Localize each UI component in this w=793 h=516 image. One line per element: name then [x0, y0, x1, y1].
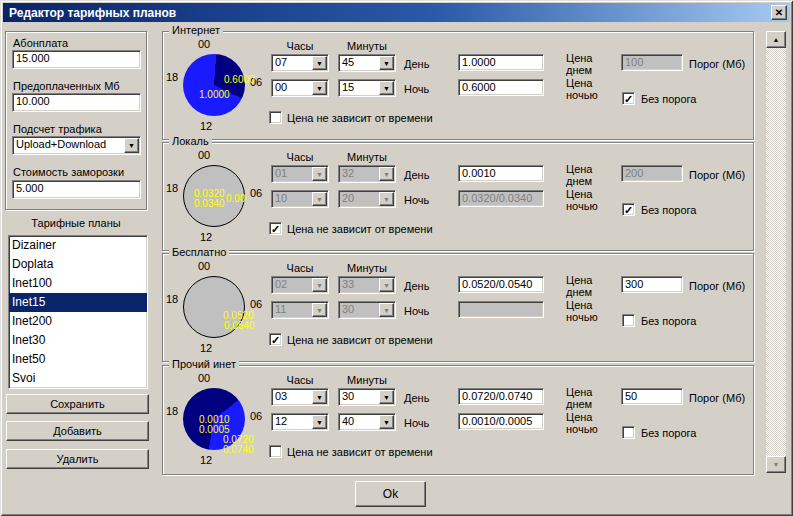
combo-dropdown-button[interactable]: ▼ [379, 415, 394, 429]
night-price-input[interactable]: 0.0010/0.0005 [458, 413, 544, 430]
night-price-input[interactable]: 0.6000 [458, 79, 544, 96]
no-threshold-label: Без порога [641, 427, 696, 439]
prepaid-mb-input[interactable]: 10.000 [12, 93, 141, 112]
no-threshold-checkbox[interactable]: ✓ [622, 314, 635, 327]
threshold-input[interactable]: 50 [621, 388, 683, 405]
close-button[interactable]: ✕ [771, 5, 787, 20]
day-hour-combo[interactable]: 02 ▼ [271, 276, 329, 294]
list-item[interactable]: Inet15 [9, 293, 147, 312]
day-hour-combo[interactable]: 03 ▼ [271, 388, 329, 406]
no-threshold-checkbox[interactable]: ✓ [622, 92, 635, 105]
night-minute-combo[interactable]: 20 ▼ [338, 190, 396, 208]
time-independent-label: Цена не зависит от времени [287, 112, 433, 124]
night-hour-combo[interactable]: 00 ▼ [271, 79, 329, 97]
day-price-label: Цена днем [566, 386, 610, 410]
night-hour-combo[interactable]: 10 ▼ [271, 190, 329, 208]
vertical-scrollbar[interactable]: ▲ ▼ [766, 31, 786, 473]
night-price-input[interactable] [458, 301, 544, 318]
day-minute-combo[interactable]: 32 ▼ [338, 165, 396, 183]
pie-value-label: 0.0340 [194, 198, 225, 209]
title-bar[interactable]: Редактор тарифных планов ✕ [3, 3, 790, 22]
combo-dropdown-button[interactable]: ▼ [379, 278, 394, 292]
day-price-input[interactable]: 0.0010 [458, 165, 544, 182]
list-item[interactable]: Dizainer [9, 236, 147, 255]
day-price-input[interactable]: 1.0000 [458, 54, 544, 71]
scroll-up-button[interactable]: ▲ [766, 31, 786, 48]
check-icon: ✓ [271, 335, 280, 345]
combo-dropdown-button[interactable]: ▼ [312, 303, 327, 317]
list-item[interactable]: Svoi [9, 369, 147, 388]
night-price-input[interactable]: 0.0320/0.0340 [458, 190, 544, 207]
pie-value-label: 1.0000 [199, 89, 230, 100]
save-button[interactable]: Сохранить [6, 394, 149, 414]
list-item[interactable]: Inet30 [9, 331, 147, 350]
freeze-cost-input[interactable]: 5.000 [12, 180, 141, 199]
add-button[interactable]: Добавить [6, 421, 149, 441]
list-item[interactable]: Inet50 [9, 350, 147, 369]
time-independent-checkbox[interactable]: ✓ [269, 222, 282, 235]
no-threshold-checkbox[interactable]: ✓ [622, 203, 635, 216]
clock-label-12: 12 [200, 342, 212, 354]
day-minute-combo[interactable]: 45 ▼ [338, 54, 396, 72]
time-independent-checkbox[interactable]: ✓ [269, 445, 282, 458]
combo-dropdown-button[interactable]: ▼ [312, 167, 327, 181]
day-price-input[interactable]: 0.0520/0.0540 [458, 276, 544, 293]
chevron-down-icon: ▼ [316, 85, 323, 92]
scroll-down-button[interactable]: ▼ [766, 456, 786, 473]
combo-dropdown-button[interactable]: ▼ [312, 415, 327, 429]
day-minute-combo[interactable]: 30 ▼ [338, 388, 396, 406]
no-threshold-checkbox[interactable]: ✓ [622, 426, 635, 439]
threshold-input[interactable]: 300 [621, 276, 683, 293]
combo-dropdown-button[interactable]: ▼ [379, 303, 394, 317]
tariff-category-group-3: Прочий инет 00 06 12 18 0.00100.00050.07… [162, 365, 754, 475]
combo-dropdown-button[interactable]: ▼ [379, 390, 394, 404]
night-hour-value: 10 [275, 192, 287, 204]
list-item[interactable]: Inet200 [9, 312, 147, 331]
time-independent-checkbox[interactable]: ✓ [269, 333, 282, 346]
list-item[interactable]: Inet100 [9, 274, 147, 293]
ok-button[interactable]: Ok [355, 481, 426, 507]
combo-dropdown-button[interactable]: ▼ [312, 56, 327, 70]
threshold-input[interactable]: 100 [621, 54, 683, 71]
hours-header: Часы [271, 262, 329, 274]
combo-dropdown-button[interactable]: ▼ [379, 192, 394, 206]
night-hour-value: 11 [275, 303, 286, 315]
night-price-label: Цена ночью [566, 188, 610, 212]
night-minute-combo[interactable]: 15 ▼ [338, 79, 396, 97]
night-hour-combo[interactable]: 11 ▼ [271, 301, 329, 319]
chevron-down-icon: ▼ [383, 60, 390, 67]
combo-dropdown-button[interactable]: ▼ [379, 167, 394, 181]
day-hour-combo[interactable]: 07 ▼ [271, 54, 329, 72]
combo-dropdown-button[interactable]: ▼ [312, 81, 327, 95]
night-minute-combo[interactable]: 40 ▼ [338, 413, 396, 431]
threshold-input[interactable]: 200 [621, 165, 683, 182]
day-minute-combo[interactable]: 33 ▼ [338, 276, 396, 294]
clock-label-00: 00 [198, 372, 210, 384]
subscription-fee-input[interactable]: 15.000 [12, 50, 141, 69]
close-icon: ✕ [775, 7, 783, 18]
freeze-cost-label: Стоимость заморозки [13, 166, 124, 178]
tariff-editor-window: Редактор тарифных планов ✕ Абонплата 15.… [0, 0, 793, 516]
scroll-track[interactable] [766, 48, 786, 456]
time-independent-checkbox[interactable]: ✓ [269, 111, 282, 124]
combo-dropdown-button[interactable]: ▼ [379, 81, 394, 95]
combo-dropdown-button[interactable]: ▼ [124, 138, 139, 153]
clock-label-18: 18 [166, 405, 178, 417]
minutes-header: Минуты [338, 40, 396, 52]
hours-header: Часы [271, 40, 329, 52]
night-minute-combo[interactable]: 30 ▼ [338, 301, 396, 319]
tariff-plans-listbox[interactable]: Dizainer Doplata Inet100 Inet15 Inet200 … [8, 235, 148, 389]
list-item[interactable]: Doplata [9, 255, 147, 274]
combo-dropdown-button[interactable]: ▼ [379, 56, 394, 70]
delete-button[interactable]: Удалить [6, 449, 149, 469]
night-hour-combo[interactable]: 12 ▼ [271, 413, 329, 431]
day-label: День [404, 58, 429, 70]
combo-dropdown-button[interactable]: ▼ [312, 192, 327, 206]
traffic-count-combo[interactable]: Upload+Download ▼ [12, 136, 141, 155]
pie-value-label: 0.0540 [224, 320, 255, 331]
combo-dropdown-button[interactable]: ▼ [312, 278, 327, 292]
day-price-input[interactable]: 0.0720/0.0740 [458, 388, 544, 405]
day-label: День [404, 169, 429, 181]
combo-dropdown-button[interactable]: ▼ [312, 390, 327, 404]
day-hour-combo[interactable]: 01 ▼ [271, 165, 329, 183]
